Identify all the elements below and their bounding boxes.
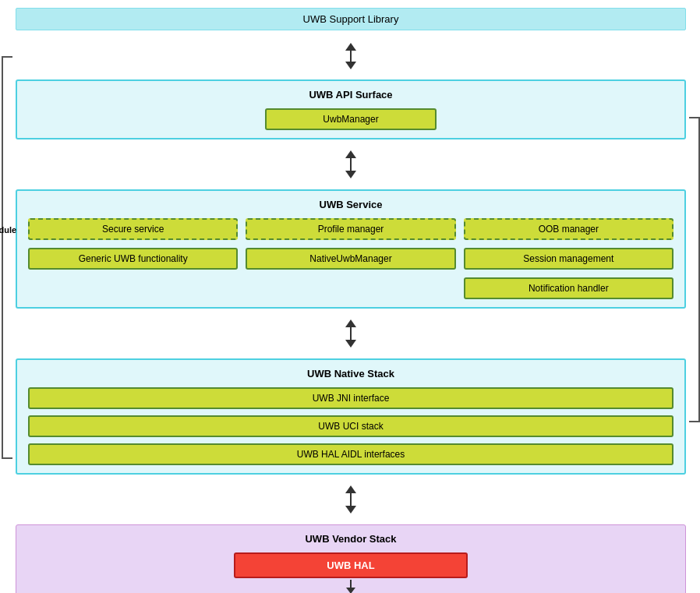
- uwb-service: UWB Service Secure service Profile manag…: [16, 189, 686, 309]
- arrow-native-to-vendor: [343, 485, 359, 514]
- arrow-api-to-service: [343, 150, 359, 178]
- uwb-manager: UwbManager: [265, 108, 437, 130]
- uwb-hal-aidl-interfaces: UWB HAL AIDL interfaces: [28, 443, 673, 465]
- secure-service: Secure service: [28, 218, 238, 240]
- uwb-api-surface: UWB API Surface UwbManager: [16, 79, 686, 139]
- aosp-label: AOSP module: [0, 225, 16, 235]
- arrow-support-to-api: [343, 43, 359, 69]
- arrow-service-to-native: [343, 319, 359, 348]
- uwb-jni-interface: UWB JNI interface: [28, 387, 673, 409]
- uwb-native-stack: UWB Native Stack UWB JNI interface UWB U…: [16, 358, 686, 475]
- session-management: Session management: [464, 248, 673, 270]
- arrow-hal-to-driver: [346, 580, 355, 593]
- generic-uwb-functionality: Generic UWB functionality: [28, 248, 238, 270]
- profile-manager: Profile manager: [246, 218, 455, 240]
- oob-manager: OOB manager: [464, 218, 673, 240]
- uwb-uci-stack: UWB UCI stack: [28, 415, 673, 437]
- uwb-vendor-stack: UWB Vendor Stack UWB HAL UWB driver: [16, 524, 686, 593]
- notification-handler: Notification handler: [464, 277, 673, 299]
- uwb-hal: UWB HAL: [234, 552, 468, 578]
- uwb-support-library: UWB Support Library: [16, 8, 686, 30]
- native-uwb-manager: NativeUwbManager: [246, 248, 455, 270]
